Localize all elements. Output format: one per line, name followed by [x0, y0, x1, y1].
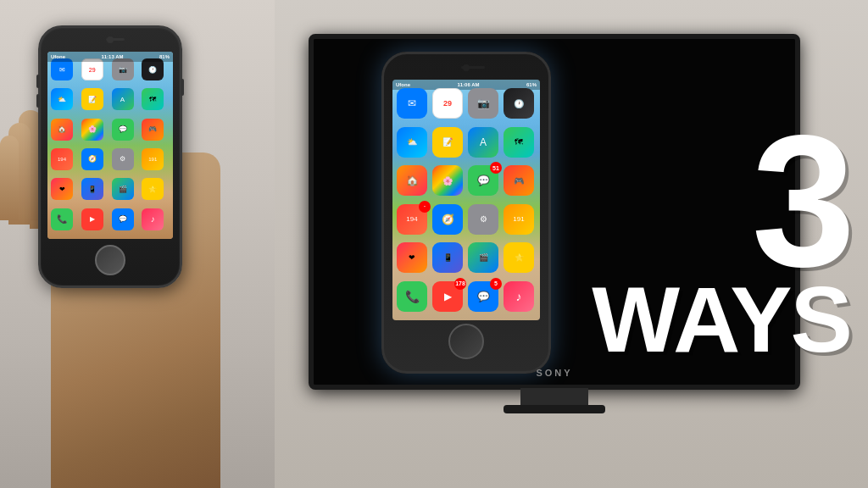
big-number: 3	[592, 123, 851, 281]
time: 11:13 AM	[101, 54, 123, 59]
h-f3: 📱	[81, 178, 103, 200]
h-yt: ▶	[81, 208, 103, 230]
title-overlay: 3 WAYS	[592, 123, 851, 366]
tv-battery: 61%	[526, 82, 537, 87]
app-notes: 📝	[432, 127, 463, 158]
scene: Ufone 11:06 AM 61% ✉ 29 📷 🕐	[0, 0, 868, 488]
iphone-home-btn	[95, 245, 125, 275]
app-phone: 📞	[397, 281, 427, 312]
h-f1: 194	[51, 148, 73, 170]
tv-stand	[520, 388, 588, 407]
status-bar: Ufone 11:13 AM 81%	[47, 52, 173, 62]
tv-iphone-home-btn	[448, 324, 484, 359]
app-folder3: 📱	[432, 242, 463, 273]
battery: 81%	[159, 54, 170, 59]
h-safari: 🧭	[81, 148, 103, 170]
big-ways: WAYS	[592, 273, 851, 366]
app-clock: 🕐	[504, 88, 534, 119]
app-music: ♪	[504, 281, 534, 312]
h-ent: ⭐	[142, 178, 164, 200]
h-settings: ⚙	[112, 148, 134, 170]
h-weather: ⛅	[51, 88, 73, 110]
app-games: 🎮	[504, 165, 534, 196]
tv-iphone-speaker	[461, 66, 485, 69]
tv-stand-base	[504, 405, 605, 413]
app-mail: ✉	[397, 88, 427, 119]
hand-area: Ufone 11:13 AM 81% ✉ 29 📷 🕐 ⛅ 📝 A 🗺 🏠 🌸 …	[0, 0, 246, 488]
app-weather: ⛅	[397, 127, 427, 158]
h-photos: 🌸	[81, 119, 103, 141]
app-maps: 🗺	[504, 127, 534, 158]
app-appstore: A	[468, 127, 498, 158]
h-maps: 🗺	[142, 88, 164, 110]
h-music: ♪	[142, 208, 164, 230]
app-videography: 🎬	[468, 242, 498, 273]
tv-time: 11:06 AM	[457, 82, 479, 87]
app-grid-hand: ✉ 29 📷 🕐 ⛅ 📝 A 🗺 🏠 🌸 💬 🎮 194 🧭 ⚙ 191	[47, 52, 173, 239]
finger-4	[0, 136, 19, 220]
h-msngr: 💬	[112, 208, 134, 230]
iphone-screen: Ufone 11:13 AM 81% ✉ 29 📷 🕐 ⛅ 📝 A 🗺 🏠 🌸 …	[47, 52, 173, 239]
h-video: 🎬	[112, 178, 134, 200]
app-home: 🏠	[397, 165, 427, 196]
h-appstore: A	[112, 88, 134, 110]
h-f2: 191	[142, 148, 164, 170]
h-lifestyle: ❤	[51, 178, 73, 200]
tv-iphone-screen: Ufone 11:06 AM 61% ✉ 29 📷 🕐	[392, 80, 540, 320]
app-photos: 🌸	[432, 165, 463, 196]
sony-logo: SONY	[536, 368, 572, 378]
h-msgs: 💬	[112, 119, 134, 141]
app-folder2: 191	[504, 204, 534, 235]
h-notes: 📝	[81, 88, 103, 110]
carrier: Ufone	[51, 54, 65, 59]
volume-down	[36, 94, 40, 108]
app-lifestyle: ❤	[397, 242, 427, 273]
app-calendar: 29	[432, 88, 463, 119]
app-entertainment: ⭐	[504, 242, 534, 273]
iphone-in-hand: Ufone 11:13 AM 81% ✉ 29 📷 🕐 ⛅ 📝 A 🗺 🏠 🌸 …	[38, 25, 182, 288]
app-web2: ⚙	[468, 204, 498, 235]
iphone-speaker	[106, 38, 125, 41]
volume-up	[36, 75, 40, 88]
tv-carrier: Ufone	[396, 82, 410, 87]
iphone-on-tv: Ufone 11:06 AM 61% ✉ 29 📷 🕐	[381, 52, 551, 374]
app-camera: 📷	[468, 88, 498, 119]
h-phone: 📞	[51, 208, 73, 230]
power-btn	[181, 79, 184, 96]
app-youtube: ▶178	[432, 281, 463, 312]
app-messenger: 💬5	[468, 281, 498, 312]
h-games: 🎮	[142, 119, 164, 141]
app-web1: 🧭	[432, 204, 463, 235]
app-folder1: 194·	[397, 204, 427, 235]
h-home: 🏠	[51, 119, 73, 141]
app-messages: 💬51	[468, 165, 498, 196]
tv-app-grid: ✉ 29 📷 🕐 ⛅ 📝 A 🗺 🏠	[392, 80, 540, 320]
